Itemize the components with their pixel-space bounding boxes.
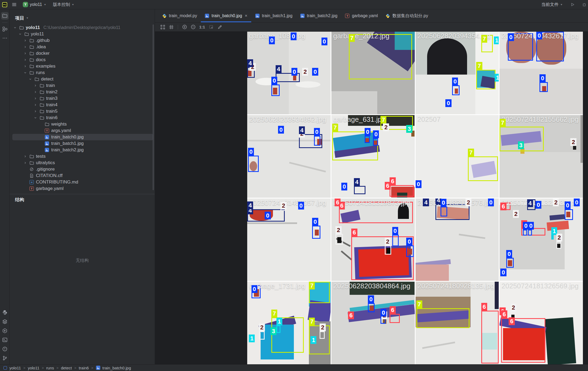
problems-icon[interactable] <box>1 345 9 353</box>
tree-item-train5[interactable]: train5 <box>10 108 155 115</box>
chevron-right-icon[interactable] <box>33 110 38 113</box>
chevron-right-icon[interactable] <box>23 58 27 61</box>
vcs-widget[interactable]: 版本控制 ▼ <box>51 1 76 8</box>
tree-item-garbage.yaml[interactable]: Ygarbage.yaml <box>10 185 155 192</box>
actual-size-label[interactable]: 1:1 <box>198 25 206 29</box>
tree-item-train_batch1.jpg[interactable]: train_batch1.jpg <box>10 140 155 147</box>
chevron-right-icon[interactable] <box>23 45 27 49</box>
tree-item-docs[interactable]: docs <box>10 57 155 63</box>
tree-item-examples[interactable]: examples <box>10 63 155 69</box>
tree-item-detect[interactable]: detect <box>10 76 155 82</box>
tree-item-docker[interactable]: docker <box>10 50 155 57</box>
chevron-right-icon[interactable] <box>33 84 38 87</box>
fit-content-icon[interactable] <box>159 24 166 31</box>
tree-item-train4[interactable]: train4 <box>10 102 155 108</box>
tree-item-path: C:\Users\admin\Desktop\ergo\car\yolo11 <box>43 25 120 30</box>
mosaic-tile: 4204020250724182117576.jpg <box>416 199 499 281</box>
chevron-right-icon[interactable] <box>23 161 27 164</box>
tab-train_batch0.jpg[interactable]: train_batch0.jpg× <box>201 9 251 22</box>
py-file-icon <box>385 13 390 18</box>
bounding-box <box>506 258 514 268</box>
tile-shape <box>289 162 326 172</box>
run-configuration-widget[interactable]: 当前文件 ▼ <box>540 1 564 8</box>
project-tree-scrollbar[interactable] <box>153 24 154 190</box>
tab-train_model.py[interactable]: train_model.py <box>158 9 201 22</box>
breadcrumb-item-yolo11[interactable]: yolo11 <box>3 365 21 370</box>
chevron-right-icon[interactable] <box>23 39 27 42</box>
tree-item-train2[interactable]: train2 <box>10 89 155 95</box>
tree-item-args.yaml[interactable]: Yargs.yaml <box>10 127 155 134</box>
project-widget[interactable]: Y yolo11 ▼ <box>21 1 48 8</box>
tab-数据集自动划分.py[interactable]: 数据集自动划分.py <box>382 9 432 22</box>
breadcrumb-item-runs[interactable]: runs <box>46 366 54 370</box>
python-packages-icon[interactable] <box>1 309 9 316</box>
tile-filename: 20250628203934892.jpg <box>249 115 326 124</box>
tree-item-.github[interactable]: .github <box>10 37 155 44</box>
tree-item-train[interactable]: train <box>10 82 155 89</box>
tab-train_batch2.jpg[interactable]: train_batch2.jpg <box>296 9 341 22</box>
tab-train_batch1.jpg[interactable]: train_batch1.jpg <box>251 9 296 22</box>
run-anything-icon[interactable] <box>1 327 9 335</box>
chevron-down-icon[interactable] <box>13 26 17 29</box>
tree-item-train_batch0.jpg[interactable]: train_batch0.jpg <box>10 134 155 140</box>
tree-item-train_batch2.jpg[interactable]: train_batch2.jpg <box>10 147 155 153</box>
services-layers-icon[interactable] <box>1 318 9 325</box>
tile-shape <box>422 341 455 349</box>
tree-item-yolo11[interactable]: yolo11C:\Users\admin\Desktop\ergo\car\yo… <box>10 24 155 31</box>
chevron-right-icon[interactable] <box>23 65 27 68</box>
mosaic-tile: 6240200160020020250724181323032.jpg <box>500 199 583 281</box>
folder-icon <box>19 25 24 30</box>
chevron-right-icon[interactable] <box>33 90 38 94</box>
mosaic[interactable]: 0002440200garbage_1085.jpg7garbage_2012.… <box>247 32 583 364</box>
chevron-right-icon[interactable] <box>33 103 38 106</box>
grid-icon[interactable] <box>168 24 175 31</box>
breadcrumb-label: train_batch0.jpg <box>102 366 131 370</box>
class-label: 2 <box>553 199 559 206</box>
chevron-down-icon[interactable] <box>18 32 22 36</box>
chevron-down-icon[interactable] <box>23 71 27 74</box>
image-viewer-toolbar: 1:1 <box>155 23 588 32</box>
bounding-box <box>406 245 414 257</box>
chevron-right-icon[interactable] <box>23 52 27 55</box>
main-menu-hamburger-icon[interactable] <box>10 1 18 8</box>
tree-item-runs[interactable]: runs <box>10 69 155 76</box>
more-tool-windows-icon[interactable] <box>1 34 9 42</box>
tree-item-weights[interactable]: weights <box>10 121 155 127</box>
edit-externally-icon[interactable] <box>216 24 223 31</box>
chevron-down-icon[interactable] <box>28 78 32 81</box>
debug-icon[interactable] <box>580 1 588 8</box>
chevron-right-icon[interactable] <box>33 97 38 100</box>
breadcrumb-item-detect[interactable]: detect <box>61 366 72 370</box>
tree-item-label: yolo11 <box>31 31 44 37</box>
run-icon[interactable] <box>569 1 576 8</box>
class-label: 1 <box>276 318 282 325</box>
tree-item-label: ultralytics <box>36 160 55 166</box>
tab-label: garbage.yaml <box>352 13 378 18</box>
chevron-right-icon[interactable] <box>23 155 27 158</box>
tree-item-yolo11[interactable]: yolo11 <box>10 31 155 37</box>
tree-item-CITATION.cff[interactable]: CITATION.cff <box>10 172 155 179</box>
zoom-out-icon[interactable] <box>190 24 197 31</box>
tree-item-ultralytics[interactable]: ultralytics <box>10 160 155 166</box>
tree-item-tests[interactable]: tests <box>10 153 155 160</box>
terminal-icon[interactable] <box>1 336 9 344</box>
zoom-in-icon[interactable] <box>181 24 188 31</box>
tab-close-icon[interactable]: × <box>245 13 247 19</box>
chevron-down-icon[interactable] <box>33 116 38 119</box>
commit-structure-icon[interactable] <box>1 25 9 33</box>
project-folder-icon[interactable] <box>1 12 9 20</box>
tree-item-.gitignore[interactable]: .gitignore <box>10 166 155 172</box>
tree-item-train3[interactable]: train3 <box>10 95 155 102</box>
tab-garbage.yaml[interactable]: Ygarbage.yaml <box>341 9 382 22</box>
chevron-down-icon[interactable]: ▼ <box>26 17 29 19</box>
breadcrumb-item-train_batch0.jpg[interactable]: train_batch0.jpg <box>96 365 131 370</box>
tree-item-CONTRIBUTING.md[interactable]: MCONTRIBUTING.md <box>10 179 155 185</box>
breadcrumb-item-train6[interactable]: train6 <box>79 366 89 370</box>
breadcrumb-separator-icon: > <box>23 366 25 370</box>
tree-item-.idea[interactable]: .idea <box>10 44 155 50</box>
bounding-box <box>276 325 281 333</box>
version-control-branch-icon[interactable] <box>1 354 9 362</box>
tree-item-train6[interactable]: train6 <box>10 115 155 121</box>
breadcrumb-item-yolo11[interactable]: yolo11 <box>28 366 39 370</box>
image-viewer-canvas[interactable]: 0002440200garbage_1085.jpg7garbage_2012.… <box>155 32 588 364</box>
